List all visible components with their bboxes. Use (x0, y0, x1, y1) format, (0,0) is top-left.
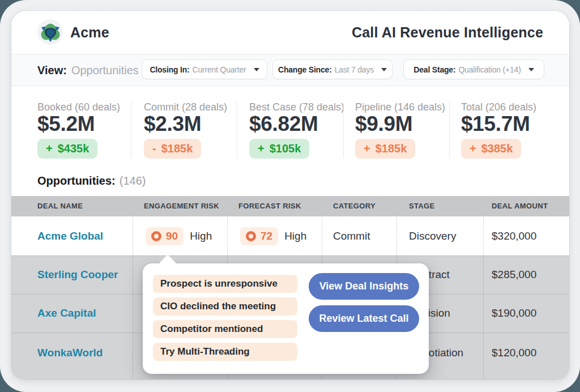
kpi-delta-badge: +$385k (461, 139, 521, 159)
filter-label: Deal Stage: (413, 65, 455, 74)
deal-amount-cell: $320,000 (492, 216, 536, 255)
kpi-divider (237, 101, 237, 158)
kpi-label: Commit (28 deals) (144, 101, 227, 113)
change-since-filter-dropdown[interactable]: Change Since: Last 7 days (273, 60, 392, 79)
filter-value: Qualification (+14) (458, 65, 521, 74)
filter-label: Closing In: (150, 65, 189, 74)
opportunities-count: (146) (120, 174, 146, 187)
chevron-down-icon (528, 68, 534, 71)
page-title: Call AI Revenue Intelligence (352, 11, 543, 54)
engagement-risk-cell: 90 High (146, 216, 212, 255)
view-value: Opportunities (71, 64, 139, 77)
column-header-engagement-risk[interactable]: ENGAGEMENT RISK (144, 196, 219, 216)
view-label: View: (37, 64, 67, 77)
filter-bar: View: Opportunities Closing In: Current … (11, 54, 569, 86)
acme-logo (37, 19, 63, 45)
risk-level: High (190, 230, 212, 242)
kpi-label: Pipeline (146 deals) (355, 101, 445, 113)
kpi-divider (343, 101, 344, 158)
risk-score: 90 (166, 230, 178, 242)
dashboard-card: Acme Call AI Revenue Intelligence View: … (11, 11, 569, 380)
forecast-risk-cell: 72 High (240, 216, 306, 255)
chevron-down-icon (381, 68, 387, 71)
column-header-deal-name[interactable]: DEAL NAME (37, 196, 83, 216)
view-selector: View: Opportunities (37, 54, 139, 86)
filter-value: Current Quarter (193, 65, 246, 74)
kpi-divider (131, 101, 131, 158)
stage-cell: Discovery (409, 216, 456, 255)
kpi-delta-badge: -$185k (144, 139, 201, 159)
acme-trefoil-globe-icon (39, 21, 62, 44)
deal-link-axe-capital[interactable]: Axe Capital (37, 307, 96, 319)
kpi-value: $6.82M (249, 112, 318, 136)
kpi-label: Best Case (78 deals) (249, 101, 344, 113)
deal-link-sterling-cooper[interactable]: Sterling Cooper (37, 269, 118, 281)
closing-in-filter-dropdown[interactable]: Closing In: Current Quarter (142, 60, 267, 79)
engagement-risk-badge[interactable]: 90 (146, 227, 184, 245)
kpi-label: Total (206 deals) (461, 101, 536, 113)
risk-score: 72 (261, 230, 272, 242)
kpi-divider (449, 101, 450, 158)
risk-ring-icon (151, 231, 161, 241)
page-background: Acme Call AI Revenue Intelligence View: … (0, 0, 580, 392)
column-header-deal-amount[interactable]: DEAL AMOUNT (492, 196, 548, 216)
deal-stage-filter-dropdown[interactable]: Deal Stage: Qualification (+14) (404, 60, 544, 79)
kpi-value: $2.3M (144, 112, 201, 136)
view-deal-insights-button[interactable]: View Deal Insights (309, 273, 419, 300)
risk-ring-icon (246, 231, 256, 241)
kpi-value: $15.7M (461, 112, 530, 136)
opportunities-heading: Opportunities:(146) (37, 174, 146, 188)
deal-name-cell: WonkaWorld (37, 333, 103, 373)
column-header-forecast-risk[interactable]: FORECAST RISK (238, 196, 301, 216)
deal-name-cell: Axe Capital (37, 294, 96, 333)
forecast-risk-badge[interactable]: 72 (240, 227, 278, 245)
app-header: Acme Call AI Revenue Intelligence (11, 11, 569, 54)
deal-amount-cell: $285,000 (492, 255, 536, 294)
chevron-down-icon (254, 68, 259, 71)
column-header-category[interactable]: CATEGORY (333, 196, 376, 216)
kpi-value: $5.2M (37, 112, 95, 136)
deal-link-acme-global[interactable]: Acme Global (37, 230, 103, 242)
risk-reason: Prospect is unresponsive (153, 275, 297, 293)
column-header-stage[interactable]: STAGE (409, 196, 435, 216)
risk-reason: CIO declined the meeting (153, 297, 297, 316)
opportunities-heading-label: Opportunities: (37, 174, 116, 187)
kpi-delta-badge: +$105k (249, 139, 309, 159)
brand-name: Acme (70, 11, 109, 54)
kpi-label: Booked (60 deals) (37, 101, 120, 113)
deal-amount-cell: $120,000 (492, 333, 536, 373)
deal-link-wonkaworld[interactable]: WonkaWorld (37, 347, 103, 359)
risk-insight-popup: Prospect is unresponsive CIO declined th… (143, 263, 429, 374)
deal-amount-cell: $190,000 (492, 294, 536, 333)
category-cell: Commit (333, 216, 370, 255)
risk-reason: Try Multi-Threading (153, 343, 297, 361)
filter-label: Change Since: (278, 65, 332, 74)
risk-level: High (284, 230, 306, 242)
risk-reason: Competitor mentioned (153, 320, 297, 338)
kpi-value: $9.9M (355, 112, 412, 136)
table-header: DEAL NAME ENGAGEMENT RISK FORECAST RISK … (11, 196, 569, 216)
deal-name-cell: Sterling Cooper (37, 255, 118, 294)
filter-value: Last 7 days (335, 65, 374, 74)
review-latest-call-button[interactable]: Review Latest Call (309, 305, 419, 332)
kpi-delta-badge: +$435k (37, 139, 97, 159)
deal-name-cell: Acme Global (37, 216, 103, 255)
table-row-acme-global: Acme Global 90 High 72 High Commit (11, 216, 569, 255)
kpi-delta-badge: +$185k (355, 139, 415, 159)
